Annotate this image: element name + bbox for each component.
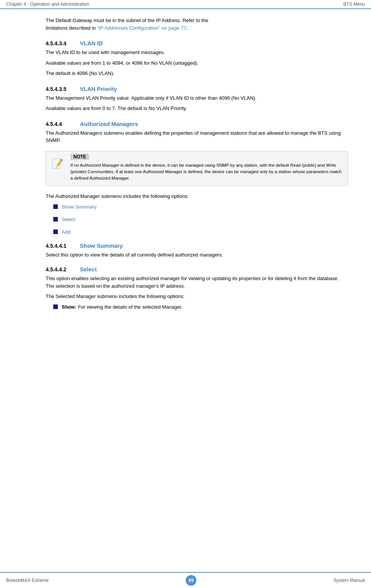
note-body: NOTE If no Authorized Manager is defined…: [69, 151, 348, 186]
bullet-list: Show Summary Select Add: [53, 204, 348, 235]
section-45442-title: Select: [80, 266, 97, 272]
bullet-item-show: Show: For viewing the details of the sel…: [53, 304, 348, 310]
section-45442-heading: 4.5.4.4.2 Select: [46, 266, 348, 272]
show-summary-para1: Select this option to view the details o…: [46, 251, 348, 259]
section-4543-5-number: 4.5.4.3.5: [46, 86, 80, 92]
section-45441-title: Show Summary: [80, 242, 123, 249]
note-text: If no Authorized Manager is defined in t…: [70, 162, 343, 182]
section-4544-title: Authorized Managers: [80, 121, 138, 127]
vlan-priority-para2: Available values are from 0 to 7. The de…: [46, 105, 348, 112]
footer-bar: BreezeMAX Extreme 89 System Manual: [0, 572, 371, 588]
vlan-id-para3: The default is 4096 (No VLAN).: [46, 70, 348, 77]
after-note-text: The Authorized Manager submenu includes …: [46, 193, 348, 200]
show-bullet-text: Show: For viewing the details of the sel…: [62, 304, 183, 310]
section-4544-heading: 4.5.4.4 Authorized Managers: [46, 121, 348, 127]
footer-page-number: 89: [186, 575, 196, 586]
note-icon-col: 📝: [46, 151, 69, 186]
section-45442-number: 4.5.4.4.2: [46, 266, 80, 272]
header-right: BTS Menu: [343, 2, 365, 7]
bullet-square-show: [53, 304, 58, 309]
vlan-id-para2: Available values are from 1 to 4094, or …: [46, 59, 348, 67]
footer-right: System Manual: [333, 578, 365, 583]
auth-managers-para1: The Authorized Managers submenu enables …: [46, 129, 348, 144]
pencil-icon: 📝: [52, 158, 63, 169]
intro-text2: limitations described in: [46, 25, 97, 31]
intro-text3: .: [186, 25, 188, 31]
select-link[interactable]: Select: [62, 217, 75, 222]
bullet-square-1: [53, 204, 58, 209]
header-left: Chapter 4 - Operation and Administration: [6, 2, 89, 7]
bullet-item-add: Add: [53, 229, 348, 235]
select-para2: The Selected Manager submenu includes th…: [46, 293, 348, 300]
section-4543-4-heading: 4.5.4.3.4 VLAN ID: [46, 40, 348, 46]
note-box: 📝 NOTE If no Authorized Manager is defin…: [46, 151, 348, 186]
bullet-square-2: [53, 217, 58, 221]
section-45441-heading: 4.5.4.4.1 Show Summary: [46, 242, 348, 249]
show-regular: For viewing the details of the selected …: [76, 304, 183, 310]
bullet-item-show-summary: Show Summary: [53, 204, 348, 210]
show-summary-link[interactable]: Show Summary: [62, 204, 97, 210]
select-para1: This option enables selecting an existin…: [46, 275, 348, 290]
vlan-priority-para1: The Management VLAN Priority value. Appl…: [46, 94, 348, 102]
section-45441-number: 4.5.4.4.1: [46, 243, 80, 249]
bullet-item-select: Select: [53, 217, 348, 222]
section-4544-number: 4.5.4.4: [46, 121, 80, 127]
note-label: NOTE: [70, 154, 89, 160]
bullet-square-3: [53, 229, 58, 234]
section-4543-4-number: 4.5.4.3.4: [46, 40, 80, 46]
header-bar: Chapter 4 - Operation and Administration…: [0, 0, 371, 9]
intro-text1: The Default Gateway must be in the subne…: [46, 18, 209, 23]
ip-addresses-link[interactable]: “IP Addresses Configuration” on page 77: [97, 25, 186, 31]
footer-left: BreezeMAX Extreme: [6, 578, 49, 583]
show-bullet-list: Show: For viewing the details of the sel…: [53, 304, 348, 310]
intro-paragraph: The Default Gateway must be in the subne…: [46, 17, 348, 32]
show-bold: Show:: [62, 304, 76, 310]
section-4543-5-heading: 4.5.4.3.5 VLAN Priority: [46, 86, 348, 92]
main-content: The Default Gateway must be in the subne…: [0, 9, 371, 324]
section-4543-4-title: VLAN ID: [80, 40, 103, 46]
add-link[interactable]: Add: [62, 229, 70, 235]
section-4543-5-title: VLAN Priority: [80, 86, 117, 92]
vlan-id-para1: The VLAN ID to be used with management m…: [46, 49, 348, 56]
